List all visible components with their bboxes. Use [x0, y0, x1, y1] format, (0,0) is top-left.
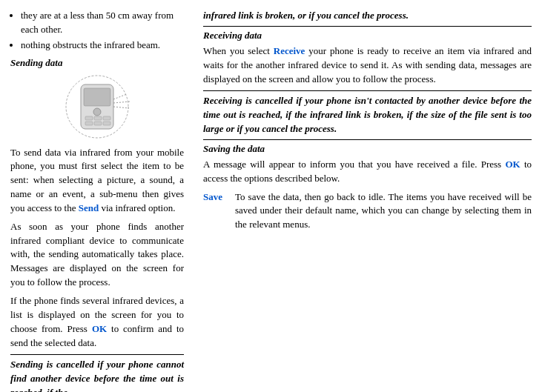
ok-link-1: OK — [92, 323, 107, 334]
svg-line-11 — [113, 102, 130, 103]
ok-link-2: OK — [505, 159, 520, 170]
phone-image-area — [10, 73, 184, 140]
right-column: infrared link is broken, or if you cance… — [193, 6, 542, 392]
svg-point-3 — [93, 108, 101, 116]
left-para-3: If the phone finds several infrared devi… — [10, 294, 184, 350]
left-column: they are at a less than 50 cm away from … — [0, 6, 193, 392]
svg-rect-4 — [85, 116, 93, 120]
left-para-2: As soon as your phone finds another infr… — [10, 220, 184, 290]
receiving-cancelled-text: Receiving is cancelled if your phone isn… — [203, 94, 532, 136]
svg-rect-5 — [94, 116, 102, 120]
svg-line-10 — [113, 94, 127, 99]
save-row: Save To save the data, then go back to i… — [203, 190, 532, 233]
page: they are at a less than 50 cm away from … — [0, 0, 542, 392]
content-area: they are at a less than 50 cm away from … — [0, 0, 542, 392]
svg-rect-8 — [94, 122, 102, 125]
left-divider-bottom — [10, 354, 184, 355]
bullet-item-1: they are at a less than 50 cm away from … — [21, 9, 184, 37]
save-description: To save the data, then go back to idle. … — [235, 190, 532, 233]
bullet-list: they are at a less than 50 cm away from … — [10, 9, 184, 53]
saving-para: A message will appear to inform you that… — [203, 158, 532, 186]
svg-rect-6 — [103, 116, 110, 120]
sending-data-title: Sending data — [10, 57, 184, 69]
svg-rect-7 — [85, 122, 93, 125]
svg-line-12 — [113, 107, 129, 108]
saving-data-title: Saving the data — [203, 143, 532, 155]
right-divider-3 — [203, 139, 532, 140]
svg-rect-2 — [84, 88, 110, 106]
send-link: Send — [79, 202, 99, 213]
save-keyword: Save — [203, 190, 229, 233]
receiving-para: When you select Receive your phone is re… — [203, 44, 532, 87]
right-divider-1 — [203, 26, 532, 27]
left-cancelled-text: Sending is cancelled if your phone canno… — [10, 358, 184, 392]
right-cancelled-continued: infrared link is broken, or if you cance… — [203, 9, 532, 23]
left-para-1: To send data via infrared from your mobi… — [10, 146, 184, 216]
receive-link: Receive — [274, 45, 305, 56]
svg-rect-9 — [103, 122, 110, 125]
right-divider-2 — [203, 90, 532, 91]
bullet-item-2: nothing obstructs the infrared beam. — [21, 39, 184, 53]
receiving-data-title: Receiving data — [203, 30, 532, 41]
phone-illustration — [53, 73, 142, 140]
